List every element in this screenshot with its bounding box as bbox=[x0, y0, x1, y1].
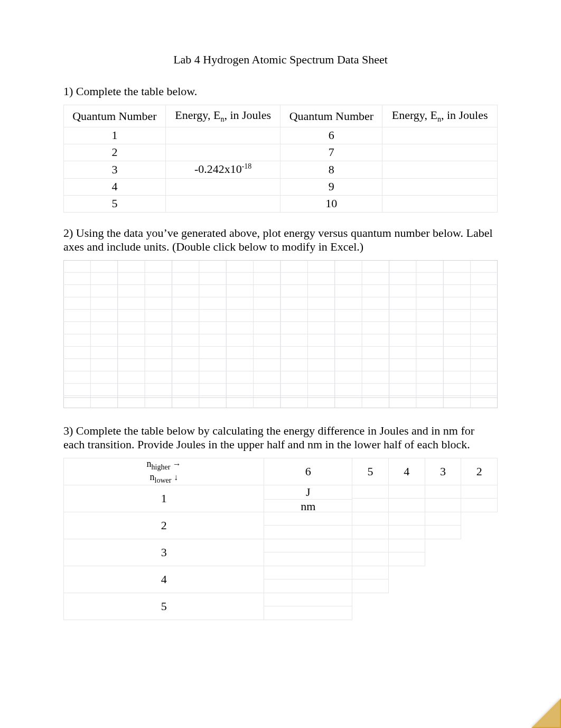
cell-joules bbox=[425, 485, 461, 499]
col-header-energy-left: Energy, En, in Joules bbox=[165, 105, 280, 127]
en-left[interactable] bbox=[165, 195, 280, 212]
cell-joules bbox=[352, 566, 388, 579]
q2-prompt: 2) Using the data you’ve generated above… bbox=[63, 226, 498, 254]
table-row: 2 bbox=[64, 512, 498, 539]
cell-joules bbox=[352, 485, 388, 499]
qn-right[interactable]: 10 bbox=[280, 195, 382, 212]
energy-label-right-suffix: , in Joules bbox=[441, 108, 488, 122]
cell-joules bbox=[352, 539, 388, 552]
col-header: 2 bbox=[461, 458, 498, 485]
cell-joules bbox=[264, 593, 352, 606]
cell-joules: J bbox=[264, 485, 352, 499]
blank-cell bbox=[461, 539, 498, 566]
cell-nm bbox=[264, 606, 352, 620]
transition-cell[interactable] bbox=[425, 512, 461, 539]
transition-cell[interactable] bbox=[388, 539, 425, 566]
col-header: 4 bbox=[388, 458, 425, 485]
transition-table: nhigher → nlower ↓ 6 5 4 3 2 1 J nm bbox=[63, 458, 498, 620]
qn-left[interactable]: 3 bbox=[64, 161, 166, 178]
row-header: 3 bbox=[64, 539, 264, 566]
table-row: 5 10 bbox=[64, 195, 498, 212]
cell-joules bbox=[389, 485, 425, 499]
n-lower-label-prefix: n bbox=[150, 472, 155, 482]
cell-joules bbox=[461, 485, 497, 499]
cell-nm bbox=[352, 525, 388, 539]
cell-nm bbox=[425, 525, 461, 539]
en-right[interactable] bbox=[382, 178, 498, 195]
transition-cell[interactable] bbox=[264, 512, 352, 539]
cell-nm: nm bbox=[264, 499, 352, 513]
qn-left[interactable]: 5 bbox=[64, 195, 166, 212]
energy-label-right-sub: n bbox=[437, 115, 441, 123]
qn-right[interactable]: 7 bbox=[280, 144, 382, 161]
col-header: 5 bbox=[352, 458, 389, 485]
blank-cell bbox=[461, 593, 498, 620]
blank-cell bbox=[461, 566, 498, 593]
row-header: 4 bbox=[64, 566, 264, 593]
en-value-sup: -18 bbox=[242, 162, 252, 170]
col-header: 3 bbox=[425, 458, 461, 485]
transition-cell[interactable] bbox=[461, 485, 498, 512]
en-right[interactable] bbox=[382, 127, 498, 144]
corner-header: nhigher → nlower ↓ bbox=[64, 458, 264, 485]
qn-right[interactable]: 6 bbox=[280, 127, 382, 144]
table-row: 2 7 bbox=[64, 144, 498, 161]
cell-nm bbox=[461, 498, 497, 512]
document-title: Lab 4 Hydrogen Atomic Spectrum Data Shee… bbox=[63, 53, 498, 67]
cell-nm bbox=[425, 498, 461, 512]
transition-cell[interactable] bbox=[264, 593, 352, 620]
col-header: 6 bbox=[264, 458, 352, 485]
row-header: 5 bbox=[64, 593, 264, 620]
arrow-down-icon: ↓ bbox=[174, 473, 178, 482]
table-row: 5 bbox=[64, 593, 498, 620]
cell-nm bbox=[389, 498, 425, 512]
transition-cell[interactable] bbox=[264, 539, 352, 566]
en-left[interactable] bbox=[165, 178, 280, 195]
cell-joules bbox=[389, 512, 425, 526]
table-row: 3 -0.242x10-18 8 bbox=[64, 161, 498, 178]
blank-cell bbox=[425, 539, 461, 566]
transition-cell[interactable] bbox=[352, 485, 389, 512]
table-row: 4 bbox=[64, 566, 498, 593]
en-left[interactable]: -0.242x10-18 bbox=[165, 161, 280, 178]
en-left[interactable] bbox=[165, 127, 280, 144]
cell-joules bbox=[264, 539, 352, 552]
transition-cell[interactable]: J nm bbox=[264, 485, 352, 512]
transition-cell[interactable] bbox=[425, 485, 461, 512]
transition-cell[interactable] bbox=[264, 566, 352, 593]
row-header: 1 bbox=[64, 485, 264, 512]
q1-prompt: 1) Complete the table below. bbox=[63, 85, 498, 98]
en-right[interactable] bbox=[382, 161, 498, 178]
qn-left[interactable]: 1 bbox=[64, 127, 166, 144]
energy-label-left-prefix: Energy, E bbox=[175, 108, 220, 122]
blank-cell bbox=[388, 593, 425, 620]
table-row: Quantum Number Energy, En, in Joules Qua… bbox=[64, 105, 498, 127]
cell-joules bbox=[264, 566, 352, 579]
transition-cell[interactable] bbox=[388, 485, 425, 512]
qn-left[interactable]: 4 bbox=[64, 178, 166, 195]
cell-joules bbox=[352, 512, 388, 526]
energy-label-right-prefix: Energy, E bbox=[392, 108, 437, 122]
cell-nm bbox=[352, 552, 388, 566]
cell-nm bbox=[264, 525, 352, 539]
arrow-right-icon: → bbox=[173, 459, 181, 468]
qn-right[interactable]: 8 bbox=[280, 161, 382, 178]
table-row: 1 6 bbox=[64, 127, 498, 144]
en-left[interactable] bbox=[165, 144, 280, 161]
chart-placeholder[interactable] bbox=[63, 260, 498, 408]
en-right[interactable] bbox=[382, 195, 498, 212]
energy-label-left-suffix: , in Joules bbox=[224, 108, 271, 122]
transition-cell[interactable] bbox=[352, 566, 389, 593]
cell-joules bbox=[425, 512, 461, 526]
n-lower-sub: lower bbox=[155, 476, 172, 484]
qn-right[interactable]: 9 bbox=[280, 178, 382, 195]
en-right[interactable] bbox=[382, 144, 498, 161]
cell-joules bbox=[264, 512, 352, 526]
transition-cell[interactable] bbox=[352, 512, 389, 539]
page-fold-icon bbox=[531, 698, 561, 728]
transition-cell[interactable] bbox=[352, 539, 389, 566]
qn-left[interactable]: 2 bbox=[64, 144, 166, 161]
cell-nm bbox=[352, 579, 388, 593]
table-row: 4 9 bbox=[64, 178, 498, 195]
transition-cell[interactable] bbox=[388, 512, 425, 539]
